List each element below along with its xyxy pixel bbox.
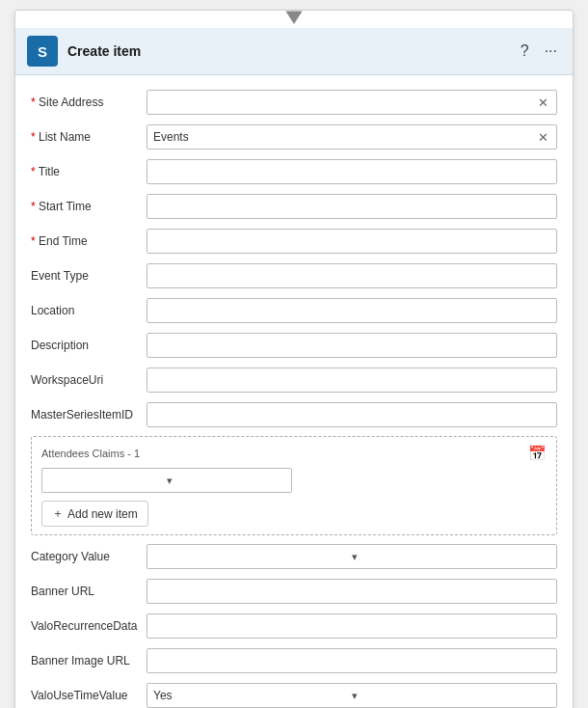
- input-list-name[interactable]: ✕: [147, 124, 557, 150]
- field-row-site-address: Site Address ✕: [31, 89, 557, 116]
- card-header: S Create item ? ···: [15, 28, 573, 75]
- label-valo-use-time: ValoUseTimeValue: [31, 689, 147, 702]
- label-list-name: List Name: [31, 130, 147, 144]
- input-site-address[interactable]: ✕: [147, 90, 557, 115]
- field-row-master-series: MasterSeriesItemID: [31, 401, 557, 428]
- workspace-uri-input[interactable]: [147, 368, 557, 393]
- attendees-chevron-icon: ▾: [167, 475, 285, 487]
- field-row-banner-url: Banner URL: [31, 578, 557, 605]
- label-title: Title: [31, 165, 147, 178]
- title-input[interactable]: [147, 159, 557, 184]
- list-name-clear[interactable]: ✕: [536, 130, 550, 145]
- label-end-time: End Time: [31, 234, 147, 248]
- label-valo-recurrence: ValoRecurrenceData: [31, 619, 147, 633]
- card-body: Site Address ✕ List Name ✕ Title Start T…: [15, 75, 573, 708]
- banner-image-url-input[interactable]: [147, 648, 557, 673]
- label-banner-image-url: Banner Image URL: [31, 654, 147, 667]
- start-time-input[interactable]: [147, 194, 557, 219]
- label-start-time: Start Time: [31, 200, 147, 213]
- field-row-banner-image-url: Banner Image URL: [31, 647, 557, 674]
- field-row-start-time: Start Time: [31, 193, 557, 220]
- add-new-item-label: Add new item: [67, 507, 138, 521]
- valo-use-time-select[interactable]: Yes ▾: [147, 683, 557, 708]
- field-row-title: Title: [31, 158, 557, 185]
- header-actions: ? ···: [517, 41, 561, 62]
- label-location: Location: [31, 304, 147, 317]
- label-site-address: Site Address: [31, 95, 147, 109]
- field-row-valo-recurrence: ValoRecurrenceData: [31, 613, 557, 640]
- plus-icon: ＋: [52, 505, 64, 522]
- site-address-clear[interactable]: ✕: [536, 95, 550, 110]
- label-description: Description: [31, 339, 147, 352]
- calendar-icon: 📅: [528, 445, 547, 461]
- field-row-description: Description: [31, 332, 557, 359]
- field-row-end-time: End Time: [31, 228, 557, 255]
- connector-icon: S: [27, 36, 58, 67]
- label-category-value: Category Value: [31, 550, 147, 563]
- field-row-event-type: Event Type: [31, 262, 557, 289]
- location-input[interactable]: [147, 298, 557, 323]
- field-row-valo-use-time: ValoUseTimeValue Yes ▾: [31, 682, 557, 708]
- label-event-type: Event Type: [31, 269, 147, 283]
- add-new-item-button[interactable]: ＋ Add new item: [41, 501, 148, 527]
- attendees-select[interactable]: ▾: [41, 468, 292, 493]
- master-series-input[interactable]: [147, 402, 557, 427]
- connector-arrow: [15, 11, 573, 24]
- more-options-button[interactable]: ···: [541, 41, 561, 62]
- field-row-category-value: Category Value ▾: [31, 543, 557, 570]
- description-input[interactable]: [147, 333, 557, 358]
- help-button[interactable]: ?: [517, 41, 533, 62]
- valo-recurrence-input[interactable]: [147, 613, 557, 639]
- category-value-select[interactable]: ▾: [147, 544, 557, 569]
- event-type-input[interactable]: [147, 263, 557, 288]
- end-time-input[interactable]: [147, 229, 557, 254]
- field-row-list-name: List Name ✕: [31, 123, 557, 150]
- attendees-calendar-icon-button[interactable]: 📅: [528, 445, 547, 462]
- field-row-location: Location: [31, 297, 557, 324]
- attendees-label: Attendees Claims - 1: [41, 448, 140, 459]
- site-address-input[interactable]: [153, 95, 536, 109]
- label-workspace-uri: WorkspaceUri: [31, 373, 147, 387]
- label-master-series: MasterSeriesItemID: [31, 408, 147, 422]
- banner-url-input[interactable]: [147, 579, 557, 604]
- field-row-workspace-uri: WorkspaceUri: [31, 367, 557, 394]
- attendees-claims-box: Attendees Claims - 1 📅 ▾ ＋ Add new item: [31, 436, 557, 535]
- card-title: Create item: [67, 43, 517, 59]
- attendees-header: Attendees Claims - 1 📅: [41, 445, 547, 462]
- category-chevron-icon: ▾: [352, 551, 550, 563]
- valo-use-time-value: Yes: [153, 689, 352, 702]
- create-item-card: S Create item ? ··· Site Address ✕ List …: [14, 10, 574, 708]
- list-name-input[interactable]: [153, 130, 536, 144]
- label-banner-url: Banner URL: [31, 585, 147, 598]
- valo-use-time-chevron-icon: ▾: [352, 690, 550, 702]
